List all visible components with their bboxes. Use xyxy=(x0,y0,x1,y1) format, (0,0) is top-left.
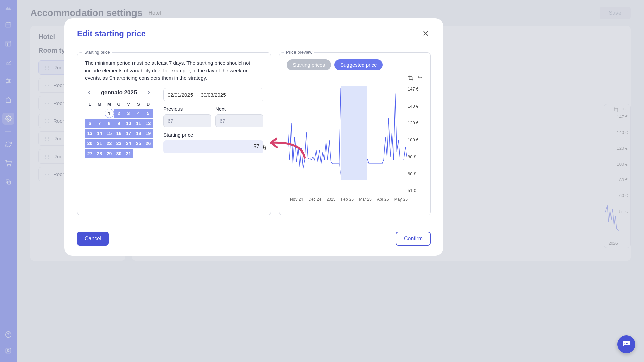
x-tick: 2025 xyxy=(327,197,336,202)
starting-prices-toggle[interactable]: Starting prices xyxy=(287,59,331,70)
calendar-dow: V xyxy=(124,100,133,108)
undo-icon[interactable] xyxy=(417,75,423,81)
y-tick: 100 € xyxy=(408,137,423,142)
y-tick: 51 € xyxy=(408,188,423,193)
calendar-day[interactable]: 14 xyxy=(95,129,104,138)
calendar-day[interactable]: 29 xyxy=(104,149,114,158)
calendar-day[interactable]: 10 xyxy=(124,119,133,128)
sp-label: Starting price xyxy=(163,132,263,138)
calendar-day[interactable]: 24 xyxy=(124,139,133,148)
crop-icon[interactable] xyxy=(408,75,414,81)
calendar-day[interactable]: 13 xyxy=(85,129,95,138)
y-tick: 140 € xyxy=(408,104,423,109)
x-tick: Feb 25 xyxy=(341,197,354,202)
legend: Price preview xyxy=(284,50,314,55)
y-tick: 60 € xyxy=(408,171,423,176)
calendar-day[interactable]: 4 xyxy=(133,109,143,118)
calendar-day[interactable]: 27 xyxy=(85,149,95,158)
x-tick: Mar 25 xyxy=(359,197,371,202)
cancel-button[interactable]: Cancel xyxy=(77,232,109,246)
calendar-day xyxy=(133,149,143,158)
legend: Starting price xyxy=(82,50,112,55)
calendar-day[interactable]: 21 xyxy=(95,139,104,148)
previous-label: Previous xyxy=(163,106,211,112)
calendar-day[interactable]: 15 xyxy=(104,129,114,138)
calendar-day[interactable]: 26 xyxy=(143,139,153,148)
modal-title: Edit starting price xyxy=(77,29,146,38)
starting-price-input[interactable] xyxy=(163,140,263,153)
y-tick: 120 € xyxy=(408,120,423,125)
calendar-day[interactable]: 19 xyxy=(143,129,153,138)
calendar-day[interactable]: 16 xyxy=(114,129,124,138)
calendar-day[interactable]: 25 xyxy=(133,139,143,148)
chat-fab[interactable] xyxy=(617,335,635,353)
calendar-day[interactable]: 28 xyxy=(95,149,104,158)
previous-input xyxy=(163,114,211,127)
description: The minimum period must be at least 7 da… xyxy=(85,59,263,82)
x-tick: Nov 24 xyxy=(290,197,303,202)
calendar-day xyxy=(95,109,104,118)
calendar-day[interactable]: 12 xyxy=(143,119,153,128)
confirm-button[interactable]: Confirm xyxy=(396,232,431,246)
x-tick: May 25 xyxy=(394,197,408,202)
calendar-day xyxy=(143,149,153,158)
price-preview-fieldset: Price preview Starting prices Suggested … xyxy=(279,52,431,215)
starting-price-fieldset: Starting price The minimum period must b… xyxy=(77,52,271,215)
calendar-dow: S xyxy=(133,100,143,108)
y-tick: 147 € xyxy=(408,86,423,92)
suggested-price-toggle[interactable]: Suggested price xyxy=(334,59,383,70)
calendar-day[interactable]: 8 xyxy=(104,119,114,128)
calendar-day[interactable]: 5 xyxy=(143,109,153,118)
calendar-day xyxy=(85,109,95,118)
x-tick: Dec 24 xyxy=(308,197,321,202)
next-month-icon[interactable] xyxy=(144,88,153,97)
calendar-day[interactable]: 30 xyxy=(114,149,124,158)
next-input xyxy=(215,114,263,127)
calendar-day[interactable]: 1 xyxy=(105,109,114,118)
calendar: gennaio 2025 LMMGVSD12345678910111213141… xyxy=(85,88,157,158)
edit-starting-price-modal: Edit starting price ✕ Starting price The… xyxy=(64,18,443,256)
y-tick: 80 € xyxy=(408,154,423,159)
calendar-dow: L xyxy=(85,100,95,108)
calendar-day[interactable]: 2 xyxy=(114,109,124,118)
price-chart: 147 €140 €120 €100 €80 €60 €51 € Nov 24D… xyxy=(287,82,423,203)
calendar-month: gennaio 2025 xyxy=(101,89,137,96)
calendar-day[interactable]: 22 xyxy=(104,139,114,148)
calendar-day[interactable]: 6 xyxy=(85,119,95,128)
x-tick: Apr 25 xyxy=(377,197,389,202)
calendar-day[interactable]: 9 xyxy=(114,119,124,128)
calendar-day[interactable]: 23 xyxy=(114,139,124,148)
calendar-day[interactable]: 11 xyxy=(133,119,143,128)
calendar-day[interactable]: 20 xyxy=(85,139,95,148)
calendar-dow: M xyxy=(95,100,104,108)
calendar-dow: D xyxy=(143,100,153,108)
calendar-day[interactable]: 31 xyxy=(124,149,133,158)
date-range-input[interactable] xyxy=(163,88,263,101)
calendar-day[interactable]: 17 xyxy=(124,129,133,138)
calendar-day[interactable]: 18 xyxy=(133,129,143,138)
prev-month-icon[interactable] xyxy=(85,88,94,97)
calendar-dow: G xyxy=(114,100,124,108)
calendar-day[interactable]: 7 xyxy=(95,119,104,128)
calendar-day[interactable]: 3 xyxy=(124,109,133,118)
close-icon[interactable]: ✕ xyxy=(421,28,431,39)
calendar-dow: M xyxy=(104,100,114,108)
next-label: Next xyxy=(215,106,263,112)
